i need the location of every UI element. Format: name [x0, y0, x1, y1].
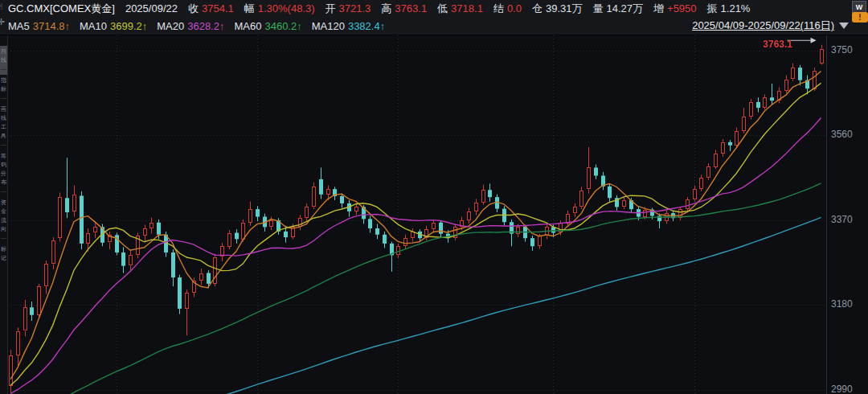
- quote-field-收: 收3754.1: [188, 2, 234, 16]
- crosshair-tool-icon[interactable]: ✛: [0, 17, 5, 27]
- quote-field-振: 振1.21%: [707, 2, 751, 16]
- quote-field-量: 量14.27万: [593, 2, 644, 16]
- ma-legend-bar: MA53714.8↑MA103699.2↑MA203628.2↑MA603460…: [0, 17, 868, 35]
- quote-field-增: 增+5950: [653, 2, 697, 16]
- price-tick-label: 3180: [831, 299, 853, 310]
- quote-field-幅: 幅1.30%(48.3): [244, 2, 315, 16]
- tool-strip-divider: [1, 238, 6, 239]
- symbol-name: GC.CMX[COMEX黄金]: [8, 2, 115, 16]
- tool-strip-glyph[interactable]: 流: [0, 217, 7, 223]
- pointer-tool-icon[interactable]: ☝: [0, 2, 3, 12]
- price-tick-label: 2990: [831, 384, 853, 394]
- ma-values: MA53714.8↑MA103699.2↑MA203628.2↑MA603460…: [8, 20, 385, 32]
- quote-field-开: 开3721.3: [326, 2, 371, 16]
- tool-strip-divider: [1, 145, 6, 146]
- candlestick-chart[interactable]: [7, 35, 826, 394]
- tool-strip-glyph[interactable]: 具: [0, 133, 7, 138]
- tool-strip-glyph[interactable]: 资: [0, 199, 7, 205]
- chevron-down-icon[interactable]: [839, 23, 849, 29]
- ma-item-MA10: MA103699.2↑: [80, 20, 147, 32]
- quote-field-结: 结0.0: [493, 2, 522, 16]
- tool-strip-glyph[interactable]: 布: [0, 179, 7, 185]
- tool-strip-glyph[interactable]: 记: [0, 255, 7, 261]
- tool-strip-glyph[interactable]: 筹: [0, 153, 7, 158]
- price-axis: 37503560337031802990: [826, 35, 868, 394]
- tool-strip-glyph[interactable]: 标: [0, 86, 7, 92]
- tool-strip-divider: [1, 191, 6, 192]
- date-range-selector[interactable]: 2025/04/09-2025/09/22(116日): [692, 18, 868, 33]
- tool-strip-glyph[interactable]: 分: [0, 170, 7, 176]
- date-range-label[interactable]: 2025/04/09-2025/09/22(116日): [692, 18, 834, 33]
- tool-strip-glyph[interactable]: 标: [0, 246, 7, 252]
- quote-field-低: 低3718.1: [437, 2, 483, 16]
- tool-strip-glyph[interactable]: 码: [0, 162, 7, 167]
- tool-strip-divider: [1, 98, 6, 99]
- tool-strip-glyph[interactable]: 线: [0, 115, 7, 121]
- trade-date: 2025/09/22: [125, 2, 178, 14]
- ma-item-MA20: MA203628.2↑: [157, 20, 224, 32]
- tool-strip-glyph[interactable]: 指: [0, 77, 7, 83]
- quote-info-bar: GC.CMX[COMEX黄金] 2025/09/22 收3754.1幅1.30%…: [0, 0, 868, 17]
- tool-strip-glyph[interactable]: 日: [0, 48, 7, 54]
- ma-item-MA5: MA53714.8↑: [8, 20, 70, 32]
- price-tick-label: 3370: [831, 215, 853, 225]
- price-tick-label: 3560: [831, 129, 853, 140]
- tool-strip-glyph[interactable]: 向: [0, 226, 7, 232]
- quote-fields: 收3754.1幅1.30%(48.3)开3721.3高3763.1低3718.1…: [188, 2, 750, 16]
- quote-field-仓: 仓39.31万: [532, 2, 583, 16]
- ma-item-MA120: MA1203382.4↑: [312, 20, 385, 32]
- last-price-annotation: 3763.1: [763, 39, 792, 50]
- ma-item-MA60: MA603460.2↑: [234, 20, 301, 32]
- tool-strip-glyph[interactable]: 工: [0, 124, 7, 129]
- price-tick-label: 3750: [831, 45, 853, 55]
- w-overlay-icon[interactable]: W: [852, 1, 866, 13]
- tool-strip-glyph[interactable]: 画: [0, 106, 7, 112]
- alert-overlay-icon[interactable]: !: [852, 12, 868, 23]
- tool-strip-divider: [1, 69, 6, 70]
- left-tool-strip[interactable]: 日线指标画线工具筹码分布资金流向标记: [0, 35, 8, 394]
- tool-strip-glyph[interactable]: 金: [0, 208, 7, 214]
- quote-field-高: 高3763.1: [381, 2, 427, 16]
- tool-strip-glyph[interactable]: 线: [0, 57, 7, 63]
